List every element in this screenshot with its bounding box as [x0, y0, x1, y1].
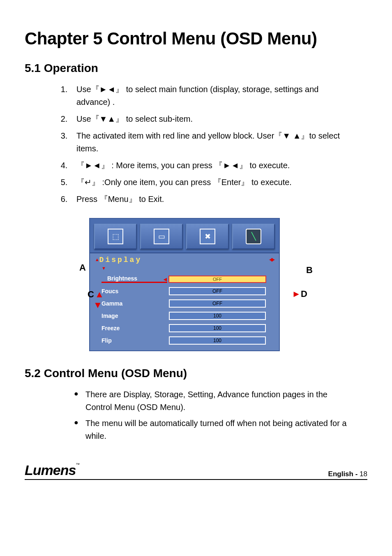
callout-d: ►D [292, 289, 307, 299]
osd-item-row[interactable]: Flip 100 [90, 334, 279, 350]
operation-step: 『►◄』 : More items, you can press 『►◄』 to… [70, 159, 351, 172]
osd-item-row[interactable]: Image 100 [90, 310, 279, 322]
operation-step: The activated item with red line and yel… [70, 130, 351, 155]
control-menu-bullets: There are Display, Storage, Setting, Adv… [25, 388, 351, 446]
section-5-2-title: 5.2 Control Menu (OSD Menu) [25, 367, 367, 380]
brand-logo: Lumens™ [25, 462, 79, 478]
operation-step: Press 『Menu』 to Exit. [70, 193, 351, 206]
osd-figure: A B C▲▼ ►D ⬚ ▭ ✖ ╲ ▲Display ◄► ▼ Brightn… [89, 218, 303, 351]
osd-item-row[interactable]: Brightness ◄ OFF ► [90, 273, 279, 285]
operation-step: 『↵』 :Only one item, you can press 『Enter… [70, 176, 351, 189]
operation-list: Use『►◄』 to select main function (display… [41, 83, 351, 210]
callout-c: C▲▼ [88, 289, 104, 310]
osd-item-row[interactable]: Gamma OFF [90, 297, 279, 310]
osd-panel: ⬚ ▭ ✖ ╲ ▲Display ◄► ▼ Brightness ◄ OFF ► [89, 218, 280, 351]
tab-settings[interactable]: ✖ [186, 224, 229, 249]
bullet-item: The menu will be automatically turned of… [74, 417, 351, 442]
page-number: English - 18 [328, 470, 367, 478]
display-icon: ⬚ [108, 229, 123, 244]
left-right-arrows-icon: ◄► [269, 257, 273, 264]
osd-tabs: ⬚ ▭ ✖ ╲ [90, 219, 279, 253]
storage-icon: ▭ [154, 229, 169, 244]
operation-step: Use『►◄』 to select main function (display… [70, 83, 351, 109]
chapter-title: Chapter 5 Control Menu (OSD Menu) [25, 29, 367, 49]
tab-advance[interactable]: ╲ [232, 224, 275, 249]
section-5-1-title: 5.1 Operation [25, 62, 367, 75]
page-footer: Lumens™ English - 18 [25, 462, 367, 480]
settings-icon: ✖ [200, 229, 215, 244]
advance-icon: ╲ [246, 229, 261, 244]
osd-header-title: Display [99, 256, 142, 264]
callout-b: B [306, 265, 313, 276]
callout-a: A [79, 262, 86, 273]
operation-step: Use『▼▲』 to select sub-item. [70, 113, 351, 125]
tab-storage[interactable]: ▭ [140, 224, 183, 249]
tab-display[interactable]: ⬚ [94, 224, 137, 249]
osd-item-row[interactable]: Foucs OFF [90, 285, 279, 297]
osd-item-row[interactable]: Freeze 100 [90, 322, 279, 334]
bullet-item: There are Display, Storage, Setting, Adv… [74, 388, 351, 414]
